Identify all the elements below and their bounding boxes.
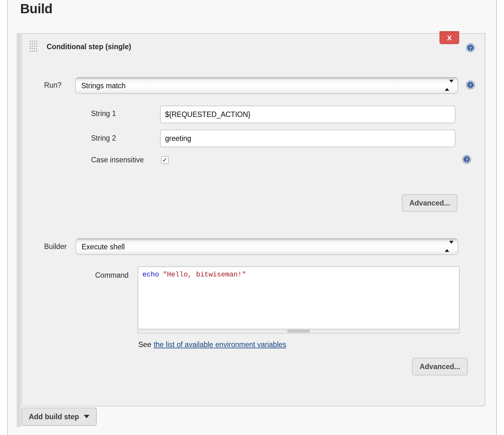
case-insensitive-label: Case insensitive (91, 156, 144, 164)
help-icon[interactable]: ? (466, 43, 475, 52)
command-editor[interactable]: echo"Hello, bitwiseman!" (138, 266, 460, 329)
select-arrows-icon (445, 83, 454, 88)
command-label: Command (95, 271, 129, 280)
code-keyword: echo (142, 271, 159, 279)
select-arrows-icon (445, 244, 454, 249)
case-insensitive-checkbox[interactable]: ✓ (161, 156, 169, 164)
builder-selected-value: Execute shell (82, 239, 125, 255)
checkmark-icon: ✓ (162, 156, 168, 163)
run-condition-select[interactable]: Strings match (75, 77, 458, 94)
question-glyph: ? (469, 46, 472, 51)
string2-input[interactable] (160, 130, 455, 147)
command-code-line: echo"Hello, bitwiseman!" (142, 271, 455, 279)
builder-select[interactable]: Execute shell (76, 238, 458, 255)
code-string: "Hello, bitwiseman!" (163, 271, 246, 279)
string2-label: String 2 (91, 134, 116, 142)
help-icon[interactable]: ? (462, 155, 471, 164)
run-condition-selected-value: Strings match (81, 78, 126, 94)
environment-variables-note: Seethe list of available environment var… (138, 340, 286, 349)
drag-handle-icon[interactable] (30, 41, 38, 53)
page-title: Build (20, 1, 52, 16)
chevron-down-icon (84, 415, 89, 418)
question-glyph: ? (469, 83, 472, 88)
build-step-title: Conditional step (single) (47, 43, 131, 51)
help-icon[interactable]: ? (466, 80, 475, 90)
advanced-button-shell[interactable]: Advanced... (412, 358, 468, 375)
question-glyph: ? (466, 157, 468, 162)
string1-label: String 1 (91, 109, 116, 118)
environment-variables-link[interactable]: the list of available environment variab… (154, 340, 286, 349)
string1-input[interactable] (160, 106, 455, 123)
build-step-panel: Conditional step (single) X ? Run? Strin… (21, 33, 485, 406)
resize-grip-icon (287, 330, 310, 333)
builder-label: Builder (44, 242, 67, 251)
editor-resize-handle[interactable] (138, 330, 460, 334)
run-label: Run? (44, 81, 61, 90)
build-config-page: Build Conditional step (single) X ? Run?… (0, 0, 504, 435)
add-build-step-button[interactable]: Add build step (21, 408, 97, 426)
add-build-step-label: Add build step (29, 413, 79, 421)
build-step-side-strip (17, 33, 21, 427)
advanced-button-condition[interactable]: Advanced... (402, 194, 457, 212)
env-note-prefix: See (138, 340, 151, 349)
delete-step-button[interactable]: X (439, 31, 459, 44)
